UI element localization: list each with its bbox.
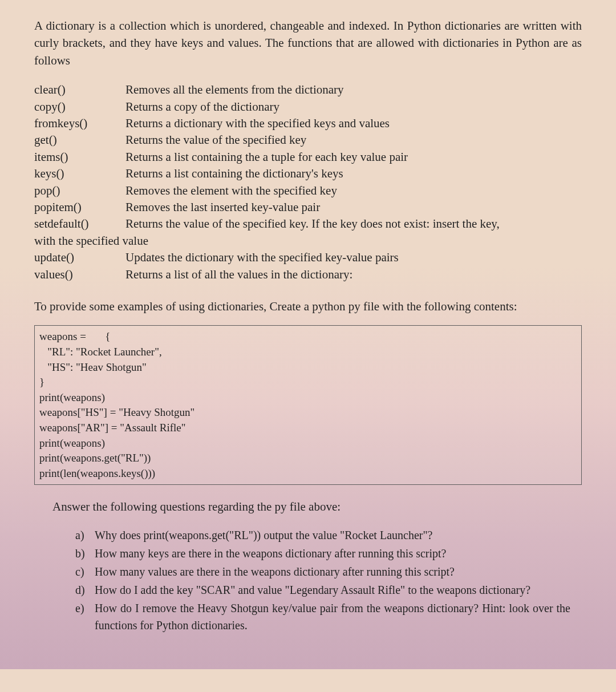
- method-description: Returns a dictionary with the specified …: [125, 115, 582, 132]
- methods-list: clear()Removes all the elements from the…: [34, 82, 582, 283]
- question-label: c): [75, 563, 95, 580]
- method-row: get()Returns the value of the specified …: [34, 132, 582, 148]
- method-description: Removes the last inserted key-value pair: [125, 199, 582, 216]
- intro-paragraph: A dictionary is a collection which is un…: [34, 17, 582, 69]
- question-row: b)How many keys are there in the weapons…: [75, 545, 570, 562]
- question-text: Why does print(weapons.get("RL")) output…: [95, 527, 570, 544]
- document-page: A dictionary is a collection which is un…: [0, 0, 616, 669]
- method-name: get(): [34, 132, 125, 148]
- answer-intro: Answer the following questions regarding…: [52, 500, 582, 514]
- method-row: pop()Removes the element with the specif…: [34, 183, 582, 199]
- question-text: How do I add the key "SCAR" and value "L…: [95, 581, 570, 598]
- question-label: a): [75, 527, 95, 544]
- method-description: Returns a list of all the values in the …: [125, 266, 582, 283]
- method-name: pop(): [34, 183, 125, 199]
- method-description: Returns a copy of the dictionary: [125, 99, 582, 115]
- method-name: popitem(): [34, 199, 125, 216]
- method-description: Returns a list containing the dictionary…: [125, 165, 582, 182]
- method-row: copy()Returns a copy of the dictionary: [34, 99, 582, 115]
- method-description: Removes the element with the specified k…: [125, 183, 582, 199]
- question-row: c)How many values are there in the weapo…: [75, 563, 570, 580]
- question-label: b): [75, 545, 95, 562]
- method-row: setdefault()Returns the value of the spe…: [34, 216, 582, 232]
- method-row: popitem()Removes the last inserted key-v…: [34, 199, 582, 216]
- question-row: a)Why does print(weapons.get("RL")) outp…: [75, 527, 570, 544]
- method-description: Returns a list containing the a tuple fo…: [125, 149, 582, 165]
- method-name: copy(): [34, 99, 125, 115]
- question-row: d)How do I add the key "SCAR" and value …: [75, 581, 570, 598]
- method-name: setdefault(): [34, 216, 125, 232]
- method-row: fromkeys()Returns a dictionary with the …: [34, 115, 582, 132]
- method-name: update(): [34, 249, 125, 266]
- method-row: items()Returns a list containing the a t…: [34, 149, 582, 165]
- method-name: clear(): [34, 82, 125, 98]
- method-description: Returns the value of the specified key. …: [125, 216, 582, 232]
- question-label: e): [75, 600, 95, 634]
- method-description: Updates the dictionary with the specifie…: [125, 249, 582, 266]
- question-row: e)How do I remove the Heavy Shotgun key/…: [75, 600, 570, 634]
- method-name: items(): [34, 149, 125, 165]
- method-name: fromkeys(): [34, 115, 125, 132]
- method-row: values()Returns a list of all the values…: [34, 266, 582, 283]
- question-text: How many values are there in the weapons…: [95, 563, 570, 580]
- method-row: keys()Returns a list containing the dict…: [34, 165, 582, 182]
- question-label: d): [75, 581, 95, 598]
- method-row: clear()Removes all the elements from the…: [34, 82, 582, 98]
- question-text: How do I remove the Heavy Shotgun key/va…: [95, 600, 570, 634]
- method-row: update()Updates the dictionary with the …: [34, 249, 582, 266]
- question-text: How many keys are there in the weapons d…: [95, 545, 570, 562]
- questions-list: a)Why does print(weapons.get("RL")) outp…: [75, 527, 570, 634]
- method-description: Removes all the elements from the dictio…: [125, 82, 582, 98]
- method-description: Returns the value of the specified key: [125, 132, 582, 148]
- method-name: values(): [34, 266, 125, 283]
- example-intro: To provide some examples of using dictio…: [34, 298, 582, 315]
- method-description-wrap: with the specified value: [34, 233, 582, 249]
- code-box: weapons = { "RL": "Rocket Launcher", "HS…: [34, 325, 582, 485]
- method-name: keys(): [34, 165, 125, 182]
